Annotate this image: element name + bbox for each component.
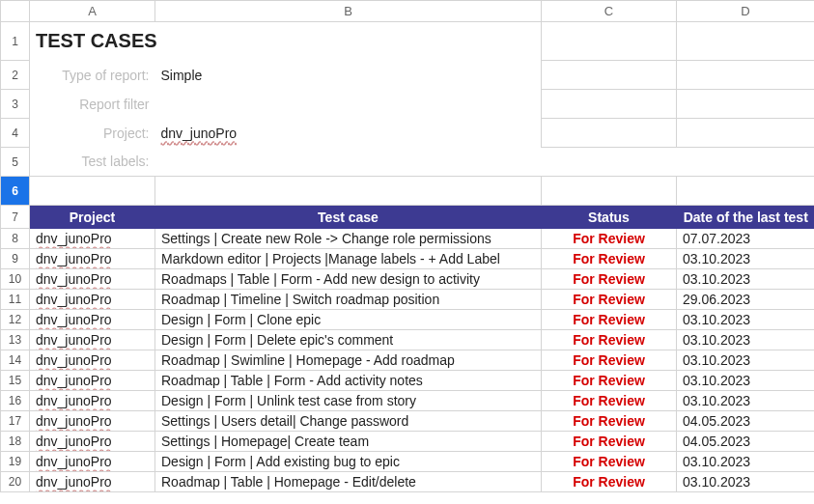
label-report-filter[interactable]: Report filter [30,90,155,119]
cell[interactable] [542,61,677,90]
cell-date[interactable]: 03.10.2023 [677,330,815,350]
cell[interactable] [542,119,677,148]
cell-test-case[interactable]: Roadmaps | Table | Form - Add new design… [155,269,542,290]
corner-cell[interactable] [1,1,30,22]
cell-test-case[interactable]: Roadmap | Timeline | Switch roadmap posi… [155,290,542,310]
cell-status[interactable]: For Review [542,229,677,249]
col-header[interactable]: C [542,1,677,22]
cell-test-case[interactable]: Roadmap | Swimline | Homepage - Add road… [155,350,542,371]
cell[interactable] [30,177,155,206]
cell[interactable] [677,22,815,61]
cell-test-case[interactable]: Markdown editor | Projects |Manage label… [155,249,542,269]
cell-test-case[interactable]: Design | Form | Delete epic's comment [155,330,542,350]
cell-status[interactable]: For Review [542,371,677,391]
page-title[interactable]: TEST CASES [30,22,542,61]
header-test-case[interactable]: Test case [155,206,542,229]
cell[interactable] [677,90,815,119]
cell-status[interactable]: For Review [542,310,677,330]
row-number[interactable]: 18 [1,432,30,452]
row-number[interactable]: 5 [1,148,30,177]
cell-date[interactable]: 03.10.2023 [677,249,815,269]
row-number-selected[interactable]: 6 [1,177,30,206]
header-status[interactable]: Status [542,206,677,229]
cell-status[interactable]: For Review [542,269,677,290]
row-number[interactable]: 4 [1,119,30,148]
row-number[interactable]: 10 [1,269,30,290]
cell[interactable] [677,119,815,148]
cell-date[interactable]: 03.10.2023 [677,472,815,492]
cell-project[interactable]: dnv_junoPro [30,432,155,452]
cell[interactable] [542,22,677,61]
cell-project[interactable]: dnv_junoPro [30,452,155,472]
cell-test-case[interactable]: Roadmap | Table | Form - Add activity no… [155,371,542,391]
cell[interactable] [542,177,677,206]
cell[interactable] [542,90,677,119]
cell-project[interactable]: dnv_junoPro [30,472,155,492]
cell[interactable] [677,61,815,90]
cell-status[interactable]: For Review [542,472,677,492]
row-number[interactable]: 3 [1,90,30,119]
cell[interactable] [677,177,815,206]
value-project[interactable]: dnv_junoPro [155,119,542,148]
row-number[interactable]: 9 [1,249,30,269]
cell-project[interactable]: dnv_junoPro [30,249,155,269]
cell-project[interactable]: dnv_junoPro [30,310,155,330]
row-number[interactable]: 8 [1,229,30,249]
cell-test-case[interactable]: Settings | Homepage| Create team [155,432,542,452]
label-test-labels[interactable]: Test labels: [30,148,155,177]
cell-date[interactable]: 03.10.2023 [677,452,815,472]
cell-status[interactable]: For Review [542,330,677,350]
cell[interactable] [155,177,542,206]
cell-project[interactable]: dnv_junoPro [30,350,155,371]
cell-status[interactable]: For Review [542,290,677,310]
cell-date[interactable]: 03.10.2023 [677,350,815,371]
cell-date[interactable]: 03.10.2023 [677,391,815,411]
cell-test-case[interactable]: Design | Form | Add existing bug to epic [155,452,542,472]
label-project[interactable]: Project: [30,119,155,148]
header-date[interactable]: Date of the last test [677,206,815,229]
value-type-of-report[interactable]: Simple [155,61,542,90]
value-test-labels[interactable] [155,148,542,177]
cell-date[interactable]: 03.10.2023 [677,269,815,290]
label-type-of-report[interactable]: Type of report: [30,61,155,90]
header-project[interactable]: Project [30,206,155,229]
cell-test-case[interactable]: Roadmap | Table | Homepage - Edit/delete [155,472,542,492]
cell-date[interactable]: 03.10.2023 [677,371,815,391]
cell-date[interactable]: 04.05.2023 [677,432,815,452]
col-header[interactable]: A [30,1,155,22]
row-number[interactable]: 1 [1,22,30,61]
cell-date[interactable]: 07.07.2023 [677,229,815,249]
cell-project[interactable]: dnv_junoPro [30,371,155,391]
cell-status[interactable]: For Review [542,391,677,411]
cell-test-case[interactable]: Settings | Users detail| Change password [155,411,542,432]
col-header[interactable]: B [155,1,542,22]
row-number[interactable]: 14 [1,350,30,371]
row-number[interactable]: 19 [1,452,30,472]
row-number[interactable]: 7 [1,206,30,229]
row-number[interactable]: 15 [1,371,30,391]
cell-project[interactable]: dnv_junoPro [30,330,155,350]
cell-project[interactable]: dnv_junoPro [30,391,155,411]
cell-project[interactable]: dnv_junoPro [30,290,155,310]
row-number[interactable]: 11 [1,290,30,310]
cell-test-case[interactable]: Design | Form | Unlink test case from st… [155,391,542,411]
cell-status[interactable]: For Review [542,350,677,371]
row-number[interactable]: 12 [1,310,30,330]
cell-project[interactable]: dnv_junoPro [30,269,155,290]
row-number[interactable]: 20 [1,472,30,492]
cell-status[interactable]: For Review [542,249,677,269]
row-number[interactable]: 17 [1,411,30,432]
cell-date[interactable]: 29.06.2023 [677,290,815,310]
cell-date[interactable]: 03.10.2023 [677,310,815,330]
spreadsheet-grid[interactable]: A B C D 1 TEST CASES 2 Type of report: S… [0,0,814,492]
cell-date[interactable]: 04.05.2023 [677,411,815,432]
cell[interactable] [542,148,677,177]
cell-test-case[interactable]: Design | Form | Clone epic [155,310,542,330]
value-report-filter[interactable] [155,90,542,119]
cell-project[interactable]: dnv_junoPro [30,411,155,432]
row-number[interactable]: 2 [1,61,30,90]
row-number[interactable]: 16 [1,391,30,411]
cell-status[interactable]: For Review [542,432,677,452]
row-number[interactable]: 13 [1,330,30,350]
col-header[interactable]: D [677,1,815,22]
